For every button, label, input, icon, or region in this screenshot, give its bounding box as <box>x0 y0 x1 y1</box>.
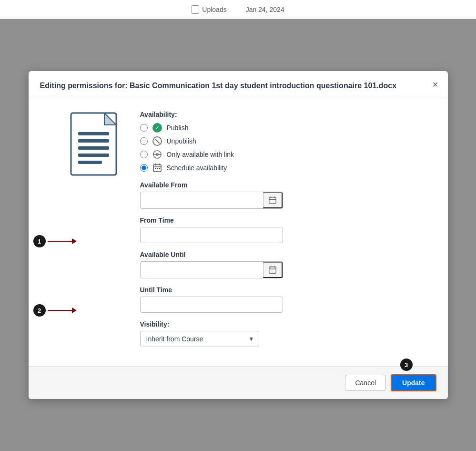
svg-rect-3 <box>78 146 109 150</box>
form-area: Availability: ✓ Publish <box>140 111 436 355</box>
uploads-label: Uploads <box>202 6 226 13</box>
uploads-icon <box>192 5 199 14</box>
visibility-select[interactable]: Inherit from Course Visible Hidden <box>140 331 259 347</box>
from-time-input[interactable]: 8:00 AM <box>140 227 283 243</box>
available-from-label: Available From <box>140 181 436 189</box>
available-from-calendar-btn[interactable] <box>263 192 283 208</box>
modal-header: Editing permissions for: Basic Communica… <box>29 71 448 99</box>
modal-footer: Cancel Update <box>29 366 448 399</box>
visibility-label: Visibility: <box>140 320 436 328</box>
radio-link-only[interactable]: Only available with link <box>140 150 436 159</box>
available-until-calendar-btn[interactable] <box>263 262 283 278</box>
publish-icon: ✓ <box>152 123 162 133</box>
annotation-1: 1 <box>33 235 76 247</box>
from-time-group: From Time 8:00 AM <box>140 216 436 243</box>
svg-rect-1 <box>78 132 109 135</box>
close-button[interactable]: × <box>433 80 438 89</box>
available-until-input[interactable]: Jul 31, 2024 <box>141 262 263 277</box>
available-until-group: Available Until Jul 31, 2024 <box>140 251 436 278</box>
visibility-select-wrapper: Inherit from Course Visible Hidden ▼ <box>140 331 259 347</box>
svg-rect-4 <box>78 154 109 157</box>
until-time-label: Until Time <box>140 286 436 294</box>
radio-unpublish[interactable]: Unpublish <box>140 136 436 146</box>
modal-title: Editing permissions for: Basic Communica… <box>40 81 436 91</box>
link-icon <box>152 150 162 159</box>
available-from-group: Available From Jul 17, 2024 <box>140 181 436 209</box>
svg-rect-12 <box>155 168 156 169</box>
radio-schedule[interactable]: Schedule availability <box>140 163 436 173</box>
svg-rect-15 <box>269 197 275 204</box>
update-button[interactable]: Update <box>391 374 436 391</box>
availability-group: Availability: ✓ Publish <box>140 111 436 173</box>
unpublish-icon <box>152 136 162 146</box>
svg-rect-13 <box>157 168 158 169</box>
radio-publish[interactable]: ✓ Publish <box>140 123 436 133</box>
cancel-button[interactable]: Cancel <box>345 375 386 391</box>
annotation-spacer <box>40 111 54 355</box>
schedule-label: Schedule availability <box>167 164 227 172</box>
available-from-input[interactable]: Jul 17, 2024 <box>141 193 263 208</box>
annotation-circle-2: 2 <box>33 304 46 317</box>
svg-rect-19 <box>269 267 275 274</box>
annotation-3: 3 <box>400 359 413 371</box>
modal-overlay: Editing permissions for: Basic Communica… <box>0 19 476 451</box>
available-from-input-wrapper: Jul 17, 2024 <box>140 192 283 209</box>
top-bar: Uploads Jan 24, 2024 <box>0 0 476 19</box>
available-until-label: Available Until <box>140 251 436 258</box>
modal-footer-wrapper: Cancel Update 3 <box>29 366 448 399</box>
availability-radio-group: ✓ Publish Unpublish <box>140 123 436 173</box>
radio-schedule-input[interactable] <box>140 164 148 172</box>
annotation-2: 2 <box>33 304 76 317</box>
modal-body: Availability: ✓ Publish <box>29 99 448 366</box>
date-label: Jan 24, 2024 <box>246 6 284 13</box>
document-icon <box>69 111 126 355</box>
visibility-group: Visibility: Inherit from Course Visible … <box>140 320 436 347</box>
radio-link-input[interactable] <box>140 151 148 158</box>
publish-label: Publish <box>167 124 189 132</box>
annotation-circle-1: 1 <box>33 235 46 247</box>
uploads-nav[interactable]: Uploads <box>192 5 226 14</box>
available-until-input-wrapper: Jul 31, 2024 <box>140 261 283 278</box>
radio-unpublish-input[interactable] <box>140 137 148 145</box>
permissions-modal: Editing permissions for: Basic Communica… <box>29 71 448 399</box>
availability-label: Availability: <box>140 111 436 118</box>
radio-publish-input[interactable] <box>140 124 148 132</box>
svg-rect-14 <box>159 168 160 169</box>
schedule-calendar-icon <box>152 163 162 173</box>
until-time-group: Until Time 5:00 PM <box>140 286 436 313</box>
annotation-circle-3: 3 <box>400 359 413 371</box>
svg-rect-5 <box>78 161 102 164</box>
link-only-label: Only available with link <box>167 151 234 158</box>
svg-rect-2 <box>78 139 109 143</box>
from-time-label: From Time <box>140 216 436 224</box>
unpublish-label: Unpublish <box>167 137 196 145</box>
until-time-input[interactable]: 5:00 PM <box>140 297 283 313</box>
